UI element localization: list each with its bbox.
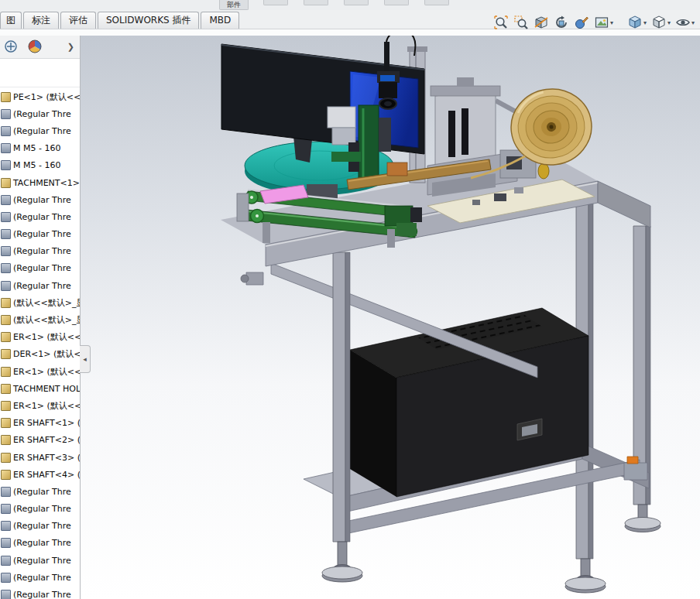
tree-item[interactable]: (Regular Thre xyxy=(0,191,80,208)
solidworks-window: { "ribbon": { "top_partial_label": "部件",… xyxy=(0,0,700,599)
tree-item[interactable]: TACHMENT<1> xyxy=(0,174,80,191)
part-icon xyxy=(1,92,11,102)
part-icon xyxy=(1,178,11,188)
tree-item-label: (Regular Thre xyxy=(13,195,71,205)
tree-item[interactable]: (Regular Thre xyxy=(0,122,80,139)
tree-item[interactable]: DER<1> (默认< xyxy=(0,346,80,363)
part-icon xyxy=(1,384,11,394)
tree-item[interactable]: (Regular Thre xyxy=(0,105,80,122)
tree-item[interactable]: (Regular Thre xyxy=(0,535,80,552)
tree-item[interactable]: (Regular Thre xyxy=(0,226,80,243)
fastener-icon xyxy=(1,573,11,583)
panel-collapse-handle[interactable]: ◂ xyxy=(80,345,91,373)
tree-item-label: (Regular Thre xyxy=(13,504,71,514)
tree-item[interactable]: ER SHAFT<2> ( xyxy=(0,432,80,449)
part-icon xyxy=(1,332,11,342)
dropdown-caret-icon[interactable]: ▾ xyxy=(643,19,647,26)
tab-sketch[interactable]: 图 xyxy=(0,12,22,29)
ribbon-button-stub[interactable] xyxy=(424,0,449,5)
tree-item[interactable]: ER SHAFT<4> ( xyxy=(0,466,80,483)
tree-item-label: ER SHAFT<2> ( xyxy=(13,435,81,445)
zoom-to-fit-icon[interactable] xyxy=(491,12,511,33)
tree-item-label: (Regular Thre xyxy=(13,109,71,119)
dropdown-caret-icon[interactable]: ▾ xyxy=(610,19,613,26)
view-orientation-icon[interactable]: ▾ xyxy=(625,12,649,33)
tree-item[interactable]: (默认<<默认>_显 xyxy=(0,294,80,311)
part-icon xyxy=(1,470,11,480)
tree-item[interactable]: (默认<<默认>_显 xyxy=(0,311,80,328)
top-toolbar-strip: 部件 xyxy=(0,0,700,11)
apply-scene-icon[interactable]: ▾ xyxy=(592,12,616,33)
panel-tab-strip: ❯ xyxy=(0,35,80,59)
tree-item[interactable]: (Regular Thre xyxy=(0,501,80,518)
part-icon xyxy=(1,349,11,359)
tab-annotation[interactable]: 标注 xyxy=(23,12,59,29)
ribbon-button-stub[interactable] xyxy=(384,0,409,5)
fastener-icon xyxy=(1,487,11,497)
ribbon-button-stub[interactable] xyxy=(344,0,369,5)
fastener-icon xyxy=(1,212,11,222)
rotate-view-icon[interactable] xyxy=(551,12,571,33)
tree-item-label: (默认<<默认>_显 xyxy=(13,314,81,326)
dropdown-caret-icon[interactable]: ▾ xyxy=(667,19,671,26)
tab-solidworks-addins[interactable]: SOLIDWORKS 插件 xyxy=(98,12,199,29)
tree-item-label: (Regular Thre xyxy=(13,126,71,136)
tree-item-label: (Regular Thre xyxy=(13,229,71,239)
fastener-icon xyxy=(1,246,11,256)
tree-item[interactable]: ER<1> (默认<< xyxy=(0,363,80,380)
tree-item-label: (Regular Thre xyxy=(13,573,71,583)
expand-panel-button[interactable]: ❯ xyxy=(67,42,77,52)
part-icon xyxy=(1,315,11,325)
tree-item[interactable]: (Regular Thre xyxy=(0,277,80,294)
tab-mbd[interactable]: MBD xyxy=(201,12,239,29)
viewport-3d[interactable] xyxy=(0,0,700,599)
display-style-icon[interactable]: ▾ xyxy=(649,12,673,33)
part-icon xyxy=(1,435,11,445)
zoom-to-area-icon[interactable] xyxy=(511,12,531,33)
part-icon xyxy=(1,367,11,377)
fastener-icon xyxy=(1,263,11,273)
tree-item[interactable]: (Regular Thre xyxy=(0,586,80,599)
tree-item[interactable]: TACHMENT HOLDER xyxy=(0,380,80,397)
tree-item[interactable]: ER<1> (默认<< xyxy=(0,397,80,414)
displaymanager-tab-icon[interactable] xyxy=(26,38,43,55)
ribbon-button-stub[interactable] xyxy=(304,0,328,5)
tree-item-label: ER SHAFT<3> ( xyxy=(13,453,81,463)
tree-item-label: ER SHAFT<1> ( xyxy=(13,418,81,428)
ribbon-button-partial[interactable]: 部件 xyxy=(219,0,249,10)
tree-item-label: (Regular Thre xyxy=(13,212,71,222)
tree-item[interactable]: PE<1> (默认<<« xyxy=(0,88,80,105)
ribbon-button-stub[interactable] xyxy=(263,0,288,5)
dropdown-caret-icon[interactable]: ▾ xyxy=(691,19,695,26)
tree-item[interactable]: (Regular Thre xyxy=(0,483,80,500)
tree-item[interactable]: (Regular Thre xyxy=(0,243,80,260)
tree-item-label: TACHMENT HOLDER xyxy=(13,384,81,394)
tree-item[interactable]: ER<1> (默认<< xyxy=(0,329,80,346)
tree-item-label: TACHMENT<1> xyxy=(13,178,80,188)
tree-item[interactable]: (Regular Thre xyxy=(0,552,80,569)
featuremanager-tab-icon[interactable] xyxy=(2,38,19,55)
tree-item[interactable]: M M5 - 160 xyxy=(0,140,80,157)
tree-item[interactable]: (Regular Thre xyxy=(0,208,80,225)
tree-item[interactable]: (Regular Thre xyxy=(0,260,80,277)
fastener-icon xyxy=(1,160,11,170)
fastener-icon xyxy=(1,521,11,531)
tab-evaluate[interactable]: 评估 xyxy=(60,12,96,29)
tree-item[interactable]: ER SHAFT<3> ( xyxy=(0,449,80,466)
fastener-icon xyxy=(1,109,11,119)
hide-show-items-icon[interactable]: ▾ xyxy=(673,12,697,33)
tree-item[interactable]: M M5 - 160 xyxy=(0,157,80,174)
tree-item[interactable]: (Regular Thre xyxy=(0,518,80,535)
feature-tree: PE<1> (默认<<«(Regular Thre(Regular ThreM … xyxy=(0,87,80,599)
tree-item-label: M M5 - 160 xyxy=(13,160,60,170)
heads-up-toolbar: ▾▾▾▾ xyxy=(491,12,697,33)
tree-item-label: (Regular Thre xyxy=(13,281,71,291)
edit-appearance-icon[interactable] xyxy=(571,12,592,33)
fastener-icon xyxy=(1,504,11,514)
tree-item[interactable]: (Regular Thre xyxy=(0,569,80,586)
tree-item-label: (Regular Thre xyxy=(13,556,71,566)
tree-item-label: M M5 - 160 xyxy=(13,143,60,153)
tree-item[interactable]: ER SHAFT<1> ( xyxy=(0,415,80,432)
panel-filter-area[interactable] xyxy=(0,59,80,87)
section-view-icon[interactable] xyxy=(531,12,551,33)
